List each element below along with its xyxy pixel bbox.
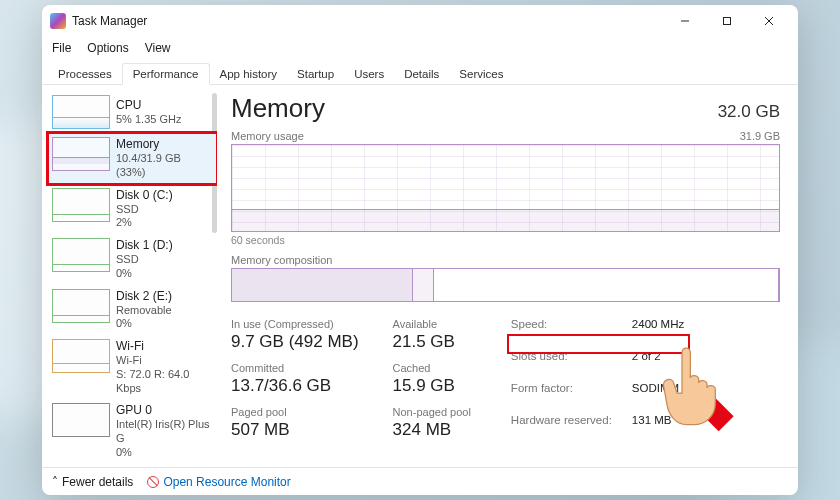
stat-form-value: SODIMM [632,382,684,408]
composition-used [232,269,413,301]
usage-chart-max: 31.9 GB [740,130,780,142]
stat-slots-label: Slots used: [511,350,612,376]
stat-cached-label: Cached [393,362,471,374]
sidebar-disk2-title: Disk 2 (E:) [116,289,172,304]
menubar: File Options View [42,37,798,59]
svg-rect-1 [724,18,731,25]
composition-modified [413,269,435,301]
footer: ˄Fewer details Open Resource Monitor [42,467,798,495]
menu-file[interactable]: File [52,41,71,55]
open-resource-monitor-link[interactable]: Open Resource Monitor [147,475,290,489]
minimize-button[interactable] [664,7,706,35]
menu-view[interactable]: View [145,41,171,55]
wifi-sparkline [52,339,110,373]
sidebar-memory-sub: 10.4/31.9 GB (33%) [116,152,213,180]
sidebar-cpu-title: CPU [116,98,181,113]
sidebar-item-wifi[interactable]: Wi-FiWi-FiS: 72.0 R: 64.0 Kbps [48,335,217,399]
stat-inuse-value: 9.7 GB (492 MB) [231,332,359,352]
memory-stats-left: In use (Compressed)9.7 GB (492 MB) Avail… [231,318,471,440]
perf-main-panel: Memory 32.0 GB Memory usage 31.9 GB 60 s… [217,85,798,467]
fewer-details-link[interactable]: ˄Fewer details [52,475,133,489]
window-title: Task Manager [72,14,147,28]
memory-capacity: 32.0 GB [718,102,780,122]
cpu-sparkline [52,95,110,129]
composition-free [434,269,779,301]
stat-hw-value: 131 MB [632,414,684,440]
usage-chart-timespan: 60 seconds [231,234,780,246]
sidebar-item-memory[interactable]: Memory10.4/31.9 GB (33%) [48,133,217,184]
app-icon [50,13,66,29]
sidebar-disk0-title: Disk 0 (C:) [116,188,173,203]
memory-sparkline [52,137,110,171]
stat-available-value: 21.5 GB [393,332,471,352]
tab-app-history[interactable]: App history [210,64,288,84]
sidebar-gpu-title: GPU 0 [116,403,213,418]
gpu-sparkline [52,403,110,437]
stat-hw-label: Hardware reserved: [511,414,612,440]
stat-speed-value: 2400 MHz [632,318,684,344]
composition-label: Memory composition [231,254,780,266]
sidebar-item-gpu[interactable]: GPU 0Intel(R) Iris(R) Plus G0% [48,399,217,463]
memory-composition-chart[interactable] [231,268,780,302]
stat-committed-value: 13.7/36.6 GB [231,376,359,396]
sidebar-memory-title: Memory [116,137,213,152]
resource-monitor-icon [147,476,159,488]
stat-inuse-label: In use (Compressed) [231,318,359,330]
stat-nonpaged-value: 324 MB [393,420,471,440]
memory-usage-chart[interactable] [231,144,780,232]
tab-details[interactable]: Details [394,64,449,84]
sidebar-item-disk2[interactable]: Disk 2 (E:)Removable0% [48,285,217,336]
stat-committed-label: Committed [231,362,359,374]
tabbar: Processes Performance App history Startu… [42,59,798,85]
task-manager-window: Task Manager File Options View Processes… [42,5,798,495]
stat-cached-value: 15.9 GB [393,376,471,396]
stat-form-label: Form factor: [511,382,612,408]
tab-startup[interactable]: Startup [287,64,344,84]
chevron-up-icon: ˄ [52,475,58,489]
usage-chart-label: Memory usage [231,130,304,142]
stat-available-label: Available [393,318,471,330]
tab-performance[interactable]: Performance [122,63,210,85]
perf-sidebar[interactable]: CPU5% 1.35 GHz Memory10.4/31.9 GB (33%) … [42,85,217,467]
sidebar-item-cpu[interactable]: CPU5% 1.35 GHz [48,91,217,133]
memory-stats-right: Speed:2400 MHz Slots used:2 of 2 Form fa… [511,318,684,440]
sidebar-item-disk0[interactable]: Disk 0 (C:)SSD2% [48,184,217,235]
disk0-sparkline [52,188,110,222]
page-heading: Memory [231,93,325,124]
tab-processes[interactable]: Processes [48,64,122,84]
stat-speed-label: Speed: [511,318,612,344]
titlebar[interactable]: Task Manager [42,5,798,37]
sidebar-cpu-sub: 5% 1.35 GHz [116,113,181,127]
tab-users[interactable]: Users [344,64,394,84]
maximize-button[interactable] [706,7,748,35]
stat-paged-label: Paged pool [231,406,359,418]
disk2-sparkline [52,289,110,323]
sidebar-disk1-title: Disk 1 (D:) [116,238,173,253]
usage-chart-fill [232,209,779,231]
stat-slots-value: 2 of 2 [632,350,684,376]
stat-paged-value: 507 MB [231,420,359,440]
tab-services[interactable]: Services [449,64,513,84]
stat-nonpaged-label: Non-paged pool [393,406,471,418]
disk1-sparkline [52,238,110,272]
close-button[interactable] [748,7,790,35]
menu-options[interactable]: Options [87,41,128,55]
sidebar-wifi-title: Wi-Fi [116,339,213,354]
sidebar-item-disk1[interactable]: Disk 1 (D:)SSD0% [48,234,217,285]
